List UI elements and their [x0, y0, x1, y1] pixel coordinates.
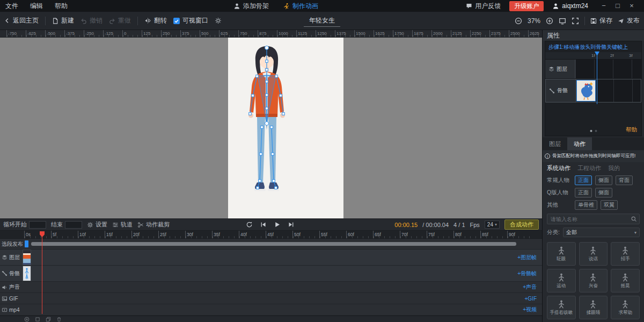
- upgrade-account-button[interactable]: 升级账户: [509, 1, 544, 11]
- document-title[interactable]: 年轻女生: [304, 16, 340, 27]
- layer-track-thumbnail[interactable]: [23, 250, 31, 265]
- tab-project-actions[interactable]: 工程动作: [577, 164, 601, 172]
- new-button[interactable]: 新建: [52, 16, 74, 25]
- prev-frame-button[interactable]: [260, 221, 267, 228]
- add-gif-link[interactable]: +GIF: [524, 296, 537, 302]
- timeline-tick-label: 35f: [212, 231, 239, 238]
- redo-button[interactable]: 重做: [109, 16, 131, 25]
- canvas-settings-gear-icon[interactable]: [215, 17, 222, 24]
- user-account[interactable]: aiqxtm24: [552, 2, 588, 10]
- track-bones[interactable]: 骨骼 +骨骼帧: [0, 266, 542, 282]
- undo-button[interactable]: 撤销: [80, 16, 103, 25]
- film-icon: [2, 296, 8, 302]
- next-frame-button[interactable]: [288, 221, 295, 228]
- close-button[interactable]: ×: [625, 0, 639, 12]
- timeline-ruler[interactable]: 0s5f10f15f20f25f30f35f40f45f50f55f60f65f…: [0, 231, 542, 239]
- filter-front-button[interactable]: 正面: [575, 175, 592, 185]
- track-layers[interactable]: 图层 +图层帧: [0, 250, 542, 266]
- zoom-level[interactable]: 37%: [528, 17, 540, 25]
- tab-my-actions[interactable]: 我的: [608, 164, 620, 172]
- tutorial-pagination-dots[interactable]: [590, 130, 597, 132]
- category-select[interactable]: 全部 ▾: [563, 228, 640, 237]
- action-item[interactable]: 眨眼: [547, 242, 576, 266]
- visible-window-toggle[interactable]: 可视窗口: [173, 16, 208, 25]
- loop-end-input[interactable]: [65, 221, 82, 229]
- loop-playback-button[interactable]: [246, 221, 253, 228]
- add-bone-frame-link[interactable]: +骨骼帧: [517, 270, 537, 277]
- zoom-in-button[interactable]: [546, 17, 553, 25]
- ruler-tick-label: -250: [84, 30, 103, 37]
- minimize-button[interactable]: −: [597, 0, 611, 12]
- flip-button[interactable]: 翻转: [144, 16, 167, 25]
- filter-side-button[interactable]: 侧面: [595, 175, 612, 185]
- tab-system-actions[interactable]: 系统动作: [547, 164, 570, 172]
- fps-dropdown[interactable]: 24 ▾: [485, 221, 500, 229]
- menu-file[interactable]: 文件: [5, 2, 18, 11]
- trash-icon[interactable]: [56, 317, 62, 322]
- segment-playhead-marker[interactable]: [25, 240, 28, 247]
- action-grid: 眨眼 说话 招手 运动 兴奋: [543, 239, 644, 322]
- tab-make-animation[interactable]: 制作动画: [283, 2, 318, 11]
- track-sound[interactable]: 声音 +声音: [0, 282, 542, 293]
- action-item[interactable]: 手捂着咳嗽: [547, 296, 576, 319]
- menu-edit[interactable]: 编辑: [30, 2, 43, 11]
- bone-keyframe-thumbnail[interactable]: [576, 80, 596, 101]
- fit-window-button[interactable]: [559, 17, 566, 25]
- action-item[interactable]: 揉眼睛: [579, 296, 608, 319]
- filter-double-wing-button[interactable]: 双翼: [601, 200, 618, 210]
- add-sound-link[interactable]: +声音: [523, 283, 537, 291]
- play-button[interactable]: [274, 221, 281, 228]
- stage-canvas[interactable]: [0, 38, 542, 218]
- fullscreen-button[interactable]: [572, 17, 579, 25]
- help-link[interactable]: 帮助: [626, 126, 637, 134]
- zoom-timeline-icon[interactable]: [24, 317, 30, 322]
- gear-icon: [87, 222, 93, 228]
- playhead-line[interactable]: [42, 232, 42, 314]
- ruler-tick-label: 2000: [431, 30, 451, 37]
- copy-frames-icon[interactable]: [46, 317, 51, 322]
- user-feedback-button[interactable]: 用户反馈: [466, 2, 501, 11]
- frame-counter: 4 / 1: [453, 222, 465, 228]
- tab-layers[interactable]: 图层: [543, 137, 567, 150]
- compose-action-button[interactable]: 合成动作: [504, 219, 539, 230]
- menu-help[interactable]: 帮助: [55, 2, 68, 11]
- maximize-button[interactable]: □: [611, 0, 625, 12]
- tab-actions[interactable]: 动作: [567, 137, 592, 150]
- action-item[interactable]: 兴奋: [579, 269, 608, 292]
- info-icon: i: [545, 153, 550, 159]
- action-item[interactable]: 运动: [547, 269, 576, 292]
- filter-chibi-side-button[interactable]: 侧面: [595, 188, 612, 197]
- track-mp4[interactable]: mp4 +视频: [0, 304, 542, 316]
- track-gif[interactable]: GIF +GIF: [0, 293, 542, 304]
- publish-button[interactable]: 发布: [618, 16, 640, 25]
- back-home-button[interactable]: 返回主页: [4, 16, 39, 25]
- loop-start-input[interactable]: [29, 221, 46, 229]
- search-input[interactable]: [547, 214, 640, 224]
- search-icon[interactable]: [631, 216, 637, 222]
- add-video-link[interactable]: +视频: [523, 306, 537, 313]
- ruler-tick-label: 2375: [489, 30, 509, 37]
- zoom-out-button[interactable]: [515, 17, 522, 25]
- filter-single-bone-button[interactable]: 单骨椎: [575, 200, 597, 210]
- mini-frame-label: 2f: [610, 52, 614, 60]
- right-panel: 属性 步骤1:移动播放头到骨骼关键帧上 1f 2f 3f 图层 骨骼: [542, 30, 644, 322]
- track-manager-button[interactable]: 轨道: [112, 221, 133, 229]
- settings-button[interactable]: 设置: [87, 221, 107, 229]
- add-layer-frame-link[interactable]: +图层帧: [517, 254, 537, 261]
- action-item[interactable]: 说话: [579, 242, 608, 266]
- visible-window-checkbox[interactable]: [173, 18, 180, 24]
- action-item[interactable]: 摇晃: [611, 269, 640, 292]
- action-item[interactable]: 求帮助: [611, 296, 640, 319]
- filter-back-button[interactable]: 背面: [616, 175, 633, 185]
- filter-chibi-front-button[interactable]: 正面: [575, 188, 592, 197]
- action-crop-button[interactable]: 动作裁剪: [137, 221, 170, 229]
- bone-track-thumbnail[interactable]: [23, 266, 31, 281]
- segment-range-bar[interactable]: [31, 242, 516, 246]
- category-label: 分类:: [547, 229, 560, 236]
- character-figure[interactable]: [233, 44, 301, 200]
- tab-add-skeleton[interactable]: 添加骨架: [233, 2, 269, 11]
- frame-box-icon[interactable]: [35, 317, 40, 322]
- save-button[interactable]: 保存: [590, 16, 612, 25]
- timeline-tick-label: 75f: [427, 231, 453, 238]
- action-item[interactable]: 招手: [611, 242, 640, 266]
